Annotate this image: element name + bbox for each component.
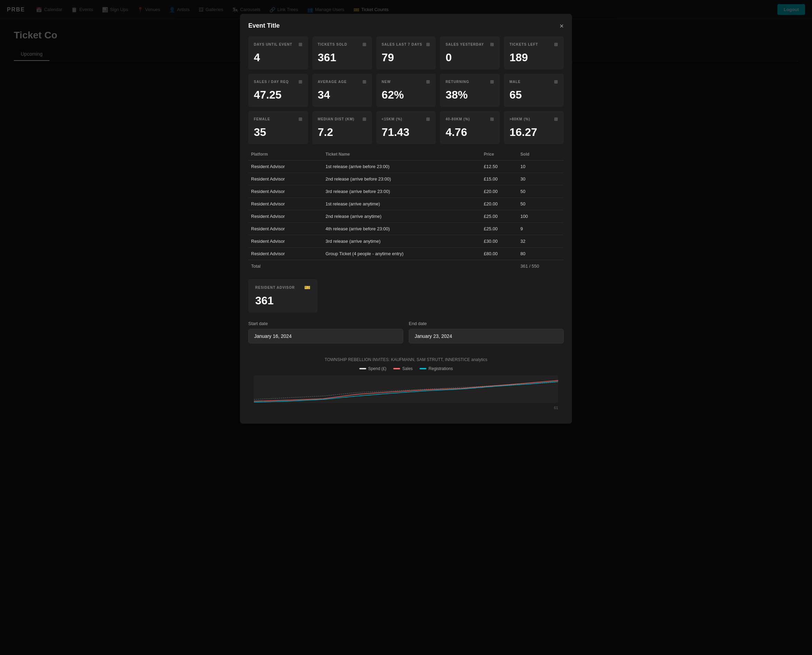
table-row: Resident Advisor Group Ticket (4 people … — [248, 248, 564, 260]
cell-price: £20.00 — [481, 185, 518, 198]
stat-icon: ⊞ — [298, 42, 303, 47]
stat-value: 4 — [254, 51, 303, 64]
cell-sold: 80 — [518, 248, 564, 260]
legend-item: Sales — [393, 366, 412, 371]
cell-ticket: 1st release (arrive before 23:00) — [323, 160, 481, 173]
stat-icon: ⊞ — [363, 117, 367, 122]
legend-item: Spend (£) — [359, 366, 387, 371]
stat-card: FEMALE ⊞ 35 — [248, 111, 308, 144]
modal-title: Event Title — [248, 22, 280, 29]
stat-card: 40-80KM (%) ⊞ 4.76 — [440, 111, 500, 144]
legend-dot — [393, 368, 400, 369]
stat-label: TICKETS SOLD ⊞ — [318, 42, 367, 47]
end-date-label: End date — [409, 321, 564, 326]
stat-value: 79 — [382, 51, 431, 64]
cell-platform: Resident Advisor — [248, 248, 323, 260]
platform-label: RESIDENT ADVISOR 🎫 — [255, 284, 311, 290]
platform-value: 361 — [255, 294, 311, 307]
legend-label: Registrations — [429, 366, 453, 371]
stat-label: >80KM (%) ⊞ — [509, 117, 558, 122]
cell-ticket: Group Ticket (4 people - anytime entry) — [323, 248, 481, 260]
cell-ticket: 2nd release (arrive before 23:00) — [323, 173, 481, 185]
table-row: Resident Advisor 3rd release (arrive bef… — [248, 185, 564, 198]
stat-card: SALES / DAY REQ ⊞ 47.25 — [248, 74, 308, 107]
legend-dot — [420, 368, 426, 369]
chart-legend: Spend (£) Sales Registrations — [254, 366, 558, 371]
ticket-table: Platform Ticket Name Price Sold Resident… — [248, 148, 564, 272]
modal-close-button[interactable]: × — [560, 23, 564, 29]
cell-ticket: 3rd release (arrive before 23:00) — [323, 185, 481, 198]
stat-icon: ⊞ — [554, 117, 558, 122]
stat-card: SALES LAST 7 DAYS ⊞ 79 — [376, 36, 436, 69]
stat-label: FEMALE ⊞ — [254, 117, 303, 122]
platform-icon: 🎫 — [304, 284, 311, 290]
legend-label: Spend (£) — [368, 366, 387, 371]
stat-label: SALES / DAY REQ ⊞ — [254, 79, 303, 85]
stat-icon: ⊞ — [426, 42, 430, 47]
cell-ticket: 4th release (arrive before 23:00) — [323, 223, 481, 235]
total-label: Total — [248, 260, 518, 272]
table-row: Resident Advisor 4th release (arrive bef… — [248, 223, 564, 235]
cell-price: £12.50 — [481, 160, 518, 173]
cell-ticket: 3rd release (arrive anytime) — [323, 235, 481, 248]
stat-value: 0 — [445, 51, 494, 64]
stat-label: NEW ⊞ — [382, 79, 431, 85]
end-date-input[interactable]: January 23, 2024 — [409, 329, 564, 343]
stats-grid-row1: DAYS UNTIL EVENT ⊞ 4 TICKETS SOLD ⊞ 361 … — [248, 36, 564, 69]
modal-dialog: Event Title × DAYS UNTIL EVENT ⊞ 4 TICKE… — [240, 14, 572, 424]
stat-label: MEDIAN DIST (KM) ⊞ — [318, 117, 367, 122]
cell-sold: 30 — [518, 173, 564, 185]
stat-icon: ⊞ — [426, 117, 430, 122]
col-header-ticketname: Ticket Name — [323, 148, 481, 160]
col-header-platform: Platform — [248, 148, 323, 160]
stat-icon: ⊞ — [490, 42, 494, 47]
stat-value: 4.76 — [445, 126, 494, 139]
cell-sold: 100 — [518, 210, 564, 223]
cell-ticket: 1st release (arrive anytime) — [323, 198, 481, 210]
legend-dot — [359, 368, 366, 369]
stat-label: AVERAGE AGE ⊞ — [318, 79, 367, 85]
stat-label: <15KM (%) ⊞ — [382, 117, 431, 122]
table-row: Resident Advisor 2nd release (arrive bef… — [248, 173, 564, 185]
cell-platform: Resident Advisor — [248, 210, 323, 223]
stat-icon: ⊞ — [554, 42, 558, 47]
chart-title: TOWNSHIP REBELLION INVITES: KAUFMANN, SA… — [254, 357, 558, 362]
stat-card: AVERAGE AGE ⊞ 34 — [312, 74, 372, 107]
modal-header: Event Title × — [248, 22, 564, 29]
stat-value: 62% — [382, 89, 431, 101]
stat-icon: ⊞ — [426, 79, 430, 85]
stat-card: TICKETS LEFT ⊞ 189 — [504, 36, 564, 69]
stat-value: 189 — [509, 51, 558, 64]
stat-label: MALE ⊞ — [509, 79, 558, 85]
cell-platform: Resident Advisor — [248, 235, 323, 248]
stat-value: 38% — [445, 89, 494, 101]
end-date-field: End date January 23, 2024 — [409, 321, 564, 343]
table-row: Resident Advisor 1st release (arrive any… — [248, 198, 564, 210]
stat-icon: ⊞ — [298, 117, 303, 122]
platform-box: RESIDENT ADVISOR 🎫 361 — [248, 279, 317, 313]
cell-ticket: 2nd release (arrive anytime) — [323, 210, 481, 223]
stat-icon: ⊞ — [490, 79, 494, 85]
start-date-input[interactable]: January 16, 2024 — [248, 329, 403, 343]
cell-price: £80.00 — [481, 248, 518, 260]
cell-platform: Resident Advisor — [248, 198, 323, 210]
table-row: Resident Advisor 1st release (arrive bef… — [248, 160, 564, 173]
start-date-label: Start date — [248, 321, 403, 326]
modal-overlay: Event Title × DAYS UNTIL EVENT ⊞ 4 TICKE… — [0, 0, 812, 655]
stat-label: 40-80KM (%) ⊞ — [445, 117, 494, 122]
stat-card: SALES YESTERDAY ⊞ 0 — [440, 36, 500, 69]
cell-price: £25.00 — [481, 223, 518, 235]
stat-icon: ⊞ — [490, 117, 494, 122]
cell-price: £25.00 — [481, 210, 518, 223]
stat-value: 47.25 — [254, 89, 303, 101]
legend-label: Sales — [402, 366, 412, 371]
stat-card: >80KM (%) ⊞ 16.27 — [504, 111, 564, 144]
stat-card: <15KM (%) ⊞ 71.43 — [376, 111, 436, 144]
start-date-field: Start date January 16, 2024 — [248, 321, 403, 343]
cell-sold: 50 — [518, 198, 564, 210]
stat-icon: ⊞ — [363, 42, 367, 47]
cell-sold: 32 — [518, 235, 564, 248]
stat-value: 34 — [318, 89, 367, 101]
stat-icon: ⊞ — [363, 79, 367, 85]
stat-label: TICKETS LEFT ⊞ — [509, 42, 558, 47]
